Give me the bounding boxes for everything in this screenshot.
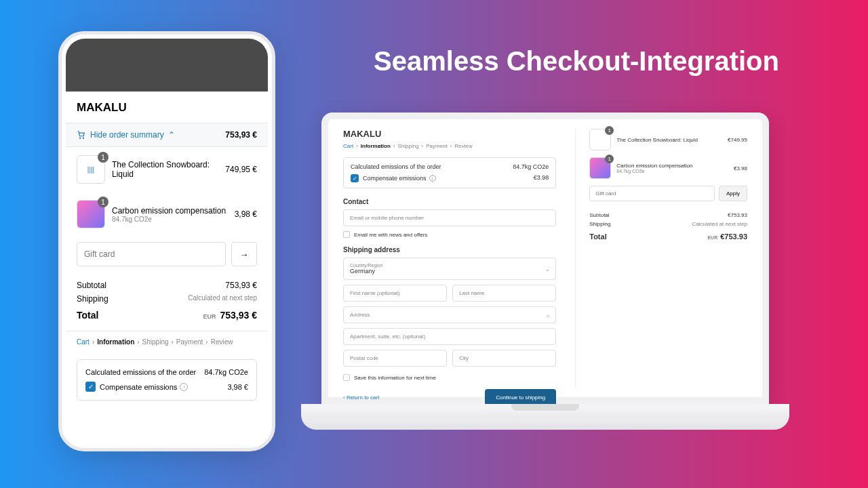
postal-input[interactable]: Postal code	[343, 350, 447, 367]
crumb-cart[interactable]: Cart	[77, 338, 90, 346]
return-link[interactable]: ‹ Return to cart	[343, 394, 379, 401]
item-price: €3.98	[734, 165, 747, 171]
item-sub: 84.7kg CO2e	[616, 169, 728, 174]
store-name: MAKALU	[66, 92, 268, 123]
subtotal-label: Subtotal	[589, 212, 609, 218]
compensate-price: €3.98	[534, 174, 549, 182]
gift-card-input[interactable]	[77, 242, 226, 266]
item-thumbnail: ||||1	[77, 155, 105, 184]
compensate-label: Compensate emissions	[100, 383, 177, 391]
emissions-box: Calculated emissions of the order84.7kg …	[343, 157, 556, 188]
gift-card-apply[interactable]: →	[231, 242, 257, 266]
item-name: Carbon emission compensation	[616, 163, 728, 169]
chevron-right-icon: ›	[205, 338, 208, 346]
total-label: Total	[77, 310, 98, 321]
headline: Seamless Checkout-Integration	[312, 46, 841, 77]
store-name: MAKALU	[343, 129, 556, 139]
country-value: Germany	[350, 268, 549, 274]
info-icon[interactable]: i	[180, 383, 188, 391]
laptop-frame: MAKALU Cart › Information › Shipping › P…	[301, 113, 789, 430]
compensate-checkbox[interactable]: ✓	[85, 382, 96, 392]
firstname-input[interactable]: First name (optional)	[343, 285, 447, 302]
crumb-information: Information	[361, 143, 391, 149]
newsletter-label: Email me with news and offers	[354, 232, 427, 238]
subtotal-value: €753.93	[728, 212, 747, 218]
email-input[interactable]: Email or mobile phone number	[343, 209, 556, 226]
breadcrumb: Cart › Information › Shipping › Payment …	[66, 331, 268, 352]
qty-badge: 1	[98, 197, 108, 207]
shipping-label: Shipping	[589, 221, 610, 227]
emissions-title: Calculated emissions of the order	[351, 163, 441, 170]
shipping-value: Calculated at next step	[692, 221, 747, 227]
crumb-information: Information	[97, 338, 134, 346]
item-thumbnail: 1	[589, 157, 611, 179]
chevron-right-icon: ›	[137, 338, 139, 346]
compensate-price: 3,98 €	[227, 383, 248, 391]
item-name: The Collection Snowboard: Liquid	[112, 160, 218, 179]
item-name: Carbon emission compensation	[112, 206, 228, 216]
line-item: 1 Carbon emission compensation84.7kg CO2…	[66, 192, 268, 237]
line-item: 1 The Collection Snowboard: Liquid €749.…	[589, 129, 747, 150]
item-sub: 84.7kg CO2e	[112, 216, 228, 223]
shipping-heading: Shipping address	[343, 246, 556, 253]
apartment-input[interactable]: Apartment, suite, etc. (optional)	[343, 328, 556, 345]
line-item: 1 Carbon emission compensation84.7kg CO2…	[589, 157, 747, 179]
country-label: Country/Region	[350, 263, 549, 268]
phone-notch	[66, 39, 268, 92]
crumb-shipping: Shipping	[142, 338, 169, 346]
emissions-title: Calculated emissions of the order	[85, 368, 196, 376]
item-thumbnail: 1	[77, 200, 105, 228]
qty-badge: 1	[605, 126, 614, 135]
arrow-right-icon: →	[239, 249, 248, 260]
crumb-review: Review	[211, 338, 233, 346]
qty-badge: 1	[98, 152, 108, 163]
gift-card-input[interactable]	[589, 186, 715, 201]
chevron-down-icon: ⌄	[545, 266, 550, 272]
currency: EUR	[203, 313, 216, 320]
crumb-cart[interactable]: Cart	[343, 143, 353, 149]
shipping-value: Calculated at next step	[188, 294, 257, 304]
emissions-box: Calculated emissions of the order84.7kg …	[77, 359, 257, 401]
shipping-label: Shipping	[77, 294, 108, 304]
compensate-checkbox[interactable]: ✓	[351, 174, 359, 182]
phone-frame: MAKALU Hide order summary ⌃ 753,93 € |||…	[58, 31, 275, 451]
item-name: The Collection Snowboard: Liquid	[616, 137, 722, 143]
save-info-checkbox[interactable]	[343, 374, 350, 381]
info-icon[interactable]: i	[429, 175, 436, 182]
subtotal-label: Subtotal	[77, 281, 106, 290]
apply-button[interactable]: Apply	[719, 186, 747, 201]
item-thumbnail: 1	[589, 129, 611, 150]
address-input[interactable]: Address⌕	[343, 306, 556, 323]
item-price: 3,98 €	[235, 209, 257, 219]
country-select[interactable]: Country/Region Germany ⌄	[343, 258, 556, 280]
emissions-value: 84.7kg CO2e	[513, 163, 549, 170]
save-info-label: Save this information for next time	[354, 375, 436, 381]
total-value: 753,93 €	[220, 310, 258, 321]
svg-point-1	[83, 138, 83, 138]
summary-toggle-label: Hide order summary	[90, 130, 164, 140]
city-input[interactable]: City	[452, 350, 556, 367]
lastname-input[interactable]: Last name	[452, 285, 556, 302]
qty-badge: 1	[605, 155, 614, 163]
chevron-right-icon: ›	[92, 338, 94, 346]
svg-point-0	[80, 138, 81, 138]
search-icon: ⌕	[547, 312, 550, 318]
order-summary-toggle[interactable]: Hide order summary ⌃ 753,93 €	[66, 123, 268, 147]
item-price: €749.95	[728, 137, 747, 143]
total-value: €753.93	[720, 232, 747, 241]
chevron-up-icon: ⌃	[168, 130, 175, 140]
chevron-right-icon: ›	[172, 338, 174, 346]
total-label: Total	[589, 232, 606, 241]
crumb-payment: Payment	[176, 338, 203, 346]
line-item: ||||1 The Collection Snowboard: Liquid 7…	[66, 147, 268, 192]
laptop-base	[301, 404, 789, 430]
contact-heading: Contact	[343, 198, 556, 205]
newsletter-checkbox[interactable]	[343, 231, 350, 238]
item-price: 749,95 €	[225, 165, 257, 174]
cart-icon	[77, 130, 86, 140]
crumb-shipping: Shipping	[397, 143, 418, 149]
breadcrumb: Cart › Information › Shipping › Payment …	[343, 143, 556, 149]
subtotal-value: 753,93 €	[225, 281, 257, 290]
emissions-value: 84.7kg CO2e	[204, 368, 248, 376]
crumb-payment: Payment	[426, 143, 448, 149]
